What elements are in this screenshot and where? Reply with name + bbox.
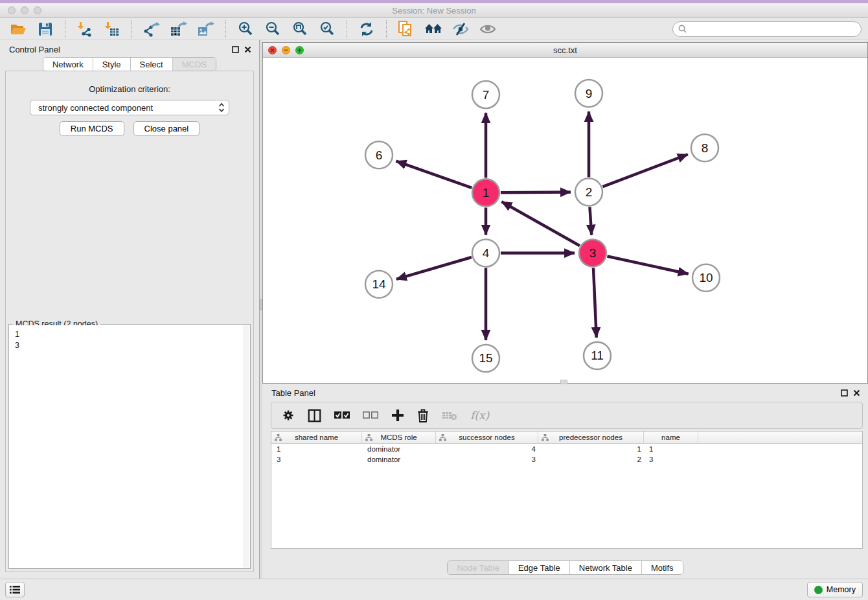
window-minimize-button[interactable] (21, 6, 29, 14)
graph-edge-2-3[interactable] (589, 207, 591, 235)
table-cell: 3 (644, 454, 698, 465)
search-box[interactable] (672, 21, 862, 37)
import-network-button[interactable] (73, 19, 97, 39)
graph-node-4[interactable]: 4 (472, 240, 499, 267)
titlebar[interactable]: Session: New Session (0, 3, 868, 18)
export-table-button[interactable] (167, 19, 190, 39)
delete-button[interactable] (417, 404, 429, 426)
function-builder-button[interactable]: f(x) (470, 404, 489, 426)
graph-node-7[interactable]: 7 (472, 81, 499, 108)
attribute-tree-icon (439, 434, 446, 441)
network-zoom-button[interactable] (295, 46, 304, 54)
tab-network[interactable]: Network (43, 58, 93, 71)
main-area: Control Panel NetworkStyleSelectMCDS Opt… (0, 40, 868, 579)
graph-node-9[interactable]: 9 (575, 80, 602, 107)
graph-node-2[interactable]: 2 (575, 178, 602, 205)
graph-node-label: 1 (483, 186, 490, 200)
table-row[interactable]: 1dominator411 (271, 444, 862, 454)
clone-network-button[interactable] (394, 19, 418, 39)
graph-edge-1-6[interactable] (396, 161, 472, 188)
node-table[interactable]: shared nameMCDS rolesuccessor nodesprede… (271, 431, 863, 549)
graph-node-14[interactable]: 14 (365, 271, 393, 298)
graph-node-10[interactable]: 10 (692, 264, 720, 292)
table-tab-edge-table[interactable]: Edge Table (509, 561, 570, 574)
table-tab-node-table[interactable]: Node Table (448, 561, 509, 574)
import-table-button[interactable] (100, 19, 124, 39)
chevron-up-down-icon (218, 102, 225, 113)
delete-table-button[interactable] (442, 404, 457, 426)
close-panel-icon[interactable] (244, 46, 251, 53)
refresh-button[interactable] (355, 19, 378, 39)
graph-node-1[interactable]: 1 (472, 179, 499, 206)
table-settings-button[interactable] (282, 404, 295, 426)
optimization-criterion-select[interactable]: strongly connected component (30, 100, 229, 115)
table-tabs: Node TableEdge TableNetwork TableMotifs (262, 560, 868, 575)
task-monitor-button[interactable] (5, 582, 25, 597)
graph-edge-4-14[interactable] (396, 257, 472, 279)
run-mcds-button[interactable]: Run MCDS (60, 121, 124, 136)
graph-edge-3-11[interactable] (593, 268, 597, 338)
tab-select[interactable]: Select (131, 58, 173, 71)
table-tab-motifs[interactable]: Motifs (642, 561, 683, 574)
table-cell: 3 (271, 454, 362, 465)
tab-mcds[interactable]: MCDS (173, 58, 216, 71)
column-header-label: MCDS role (380, 433, 417, 441)
open-session-button[interactable] (6, 19, 30, 39)
result-scrollbar[interactable] (244, 325, 249, 568)
horizontal-splitter-handle[interactable] (560, 380, 567, 384)
float-panel-icon[interactable] (841, 389, 848, 397)
zoom-in-button[interactable] (234, 19, 257, 39)
result-line: 3 (15, 340, 238, 351)
deselect-all-button[interactable] (363, 404, 378, 426)
memory-button[interactable]: Memory (807, 582, 863, 597)
table-tab-network-table[interactable]: Network Table (570, 561, 642, 574)
window-zoom-button[interactable] (34, 6, 41, 14)
column-header-label: predecessor nodes (559, 433, 622, 441)
export-network-button[interactable] (140, 19, 163, 39)
column-header-shared-name[interactable]: shared name (271, 432, 362, 443)
column-header-name[interactable]: name (644, 432, 698, 443)
zoom-out-button[interactable] (261, 19, 284, 39)
tab-style[interactable]: Style (93, 58, 131, 71)
network-graph[interactable]: 1234678910111415 (263, 58, 867, 383)
function-fx-icon: f(x) (470, 409, 489, 422)
graph-edge-3-1[interactable] (501, 202, 580, 246)
graph-node-6[interactable]: 6 (365, 141, 393, 168)
zoom-fit-button[interactable] (288, 19, 312, 39)
close-panel-button[interactable]: Close panel (133, 121, 200, 136)
network-close-button[interactable] (268, 46, 277, 54)
column-header-MCDS-role[interactable]: MCDS role (362, 432, 436, 443)
table-row[interactable]: 3dominator323 (271, 454, 862, 465)
add-column-button[interactable] (391, 404, 404, 426)
float-panel-icon[interactable] (232, 46, 239, 53)
graph-edge-3-10[interactable] (607, 256, 688, 273)
window-close-button[interactable] (8, 6, 16, 14)
optimization-criterion-label: Optimization criterion: (6, 84, 253, 94)
two-houses-button[interactable] (422, 19, 445, 39)
hide-selected-button[interactable] (449, 19, 472, 39)
zoom-selected-button[interactable] (315, 19, 339, 39)
graph-edge-1-2[interactable] (501, 192, 571, 193)
toolbar-separator (131, 20, 132, 38)
network-minimize-button[interactable] (282, 46, 290, 54)
graph-node-3[interactable]: 3 (579, 240, 606, 267)
save-session-button[interactable] (34, 19, 57, 39)
zoom-in-icon (238, 21, 253, 37)
column-header-predecessor-nodes[interactable]: predecessor nodes (538, 432, 644, 443)
table-cell: 1 (644, 444, 698, 454)
graph-node-8[interactable]: 8 (691, 134, 718, 161)
export-image-button[interactable] (194, 19, 218, 39)
graph-node-15[interactable]: 15 (472, 345, 499, 372)
show-all-button[interactable] (476, 19, 499, 39)
column-header-successor-nodes[interactable]: successor nodes (436, 432, 538, 443)
close-panel-icon[interactable] (853, 389, 860, 397)
graph-edge-2-8[interactable] (603, 154, 688, 187)
column-layout-button[interactable] (308, 404, 321, 426)
export-network-icon (143, 21, 160, 37)
graph-node-label: 7 (483, 88, 490, 102)
network-window-titlebar[interactable]: scc.txt (263, 43, 867, 58)
select-all-button[interactable] (334, 404, 350, 426)
graph-node-11[interactable]: 11 (584, 342, 611, 369)
network-canvas[interactable]: 1234678910111415 (263, 58, 867, 383)
search-input[interactable] (690, 25, 856, 34)
